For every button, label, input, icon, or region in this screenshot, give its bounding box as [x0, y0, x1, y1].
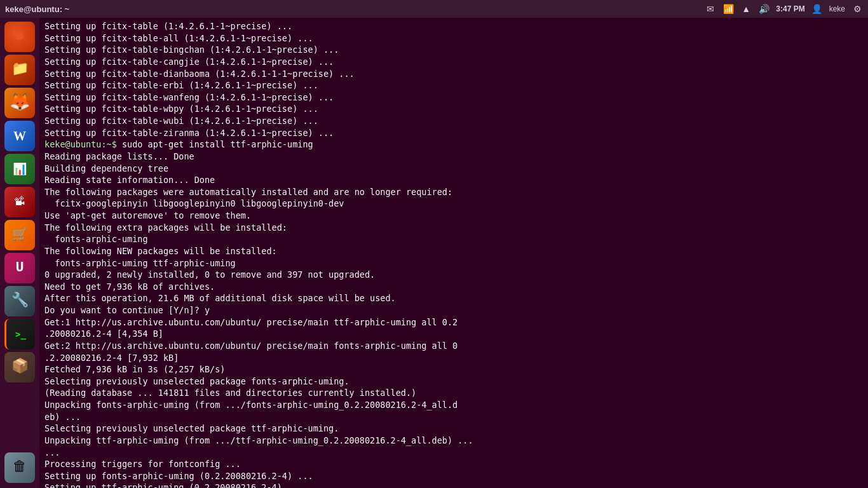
terminal-content[interactable]: Setting up fcitx-table (1:4.2.6.1-1~prec…: [39, 18, 868, 488]
clock[interactable]: 3:47 PM: [776, 4, 804, 13]
terminal-line: .20080216.2-4 [4,354 B]: [44, 328, 863, 340]
terminal-line: Building dependency tree: [44, 163, 863, 175]
terminal-line: fonts-arphic-uming ttf-arphic-uming: [44, 257, 863, 269]
ubuntuone-icon: U: [15, 261, 24, 275]
writer-icon: W: [13, 130, 26, 142]
calc-icon: 📊: [13, 163, 27, 175]
terminal-line: Processing triggers for fontconfig ...: [44, 458, 863, 470]
terminal-line: Reading state information... Done: [44, 174, 863, 186]
terminal-line: .2.20080216.2-4 [7,932 kB]: [44, 352, 863, 364]
terminal-line: fonts-arphic-uming: [44, 233, 863, 245]
terminal-line: Setting up fcitx-table-bingchan (1:4.2.6…: [44, 44, 863, 56]
sidebar-app-calc[interactable]: 📊: [4, 154, 35, 184]
username: keke: [829, 4, 845, 13]
terminal-line: ...: [44, 447, 863, 459]
terminal-line: Setting up fcitx-table (1:4.2.6.1-1~prec…: [44, 20, 863, 32]
terminal-line: Do you want to continue [Y/n]? y: [44, 304, 863, 316]
sidebar-app-ubuntu[interactable]: ●: [4, 22, 35, 52]
sidebar-app-settings[interactable]: 🔧: [4, 286, 35, 316]
terminal-line: Get:1 http://us.archive.ubuntu.com/ubunt…: [44, 316, 863, 329]
sidebar: ● 📁 🦊 W 📊 📽 🛒 U 🔧 >_ 📦 🗑: [0, 18, 39, 488]
terminal-line: After this operation, 21.6 MB of additio…: [44, 292, 863, 304]
topbar: keke@ubuntu: ~ ✉ 📶 ▲ 🔊 3:47 PM 👤 keke ⚙: [0, 0, 868, 18]
terminal-line: Setting up fcitx-table-wubi (1:4.2.6.1-1…: [44, 115, 863, 127]
topbar-right: ✉ 📶 ▲ 🔊 3:47 PM 👤 keke ⚙: [705, 4, 863, 13]
firefox-icon: 🦊: [10, 95, 30, 111]
terminal-line: Setting up fcitx-table-all (1:4.2.6.1-1~…: [44, 32, 863, 44]
terminal-line: Selecting previously unselected package …: [44, 376, 863, 388]
sidebar-app-firefox[interactable]: 🦊: [4, 88, 35, 118]
terminal-line: Setting up fcitx-table-wbpy (1:4.2.6.1-1…: [44, 103, 863, 115]
terminal-line: Setting up fcitx-table-ziranma (1:4.2.6.…: [44, 127, 863, 139]
terminal-line: fcitx-googlepinyin libgooglepinyin0 libg…: [44, 198, 863, 210]
archive-icon: 📦: [11, 360, 29, 374]
terminal-line: Setting up fonts-arphic-uming (0.2.20080…: [44, 470, 863, 482]
terminal-line: Setting up fcitx-table-erbi (1:4.2.6.1-1…: [44, 79, 863, 92]
sidebar-app-writer[interactable]: W: [4, 121, 35, 151]
volume-icon[interactable]: 🔊: [758, 4, 770, 13]
ubuntu-icon: ●: [15, 28, 25, 46]
sidebar-app-files[interactable]: 📁: [4, 55, 35, 85]
terminal-line: The following extra packages will be ins…: [44, 222, 863, 234]
power-icon[interactable]: ⚙: [851, 4, 863, 13]
terminal-line: Setting up fcitx-table-wanfeng (1:4.2.6.…: [44, 92, 863, 104]
terminal-line: Need to get 7,936 kB of archives.: [44, 281, 863, 293]
files-icon: 📁: [11, 63, 29, 77]
terminal-line: Unpacking ttf-arphic-uming (from .../ttf…: [44, 435, 863, 447]
terminal-line: The following packages were automaticall…: [44, 186, 863, 198]
sidebar-app-software[interactable]: 🛒: [4, 220, 35, 250]
sidebar-app-trash[interactable]: 🗑: [4, 452, 35, 483]
sidebar-app-terminal[interactable]: >_: [4, 319, 35, 349]
settings-icon: 🔧: [11, 294, 29, 308]
terminal-line: Reading package lists... Done: [44, 151, 863, 163]
terminal-line: Get:2 http://us.archive.ubuntu.com/ubunt…: [44, 340, 863, 352]
trash-icon: 🗑: [13, 461, 27, 475]
terminal-window: Setting up fcitx-table (1:4.2.6.1-1~prec…: [39, 18, 868, 488]
terminal-line: Fetched 7,936 kB in 3s (2,257 kB/s): [44, 363, 863, 376]
terminal-line: Setting up ttf-arphic-uming (0.2.2008021…: [44, 482, 863, 488]
terminal-line: eb) ...: [44, 411, 863, 423]
network-icon[interactable]: 📶: [722, 4, 734, 13]
impress-icon: 📽: [14, 196, 25, 208]
terminal-line: Use 'apt-get autoremove' to remove them.: [44, 210, 863, 222]
terminal-icon: >_: [15, 330, 26, 339]
terminal-prompt: keke@ubuntu:~$ sudo apt-get install ttf-…: [44, 139, 863, 151]
sidebar-app-archive[interactable]: 📦: [4, 352, 35, 383]
user-icon[interactable]: 👤: [811, 4, 823, 13]
email-icon[interactable]: ✉: [705, 4, 716, 13]
terminal-line: Selecting previously unselected package …: [44, 423, 863, 435]
terminal-line: Setting up fcitx-table-cangjie (1:4.2.6.…: [44, 56, 863, 68]
sidebar-app-impress[interactable]: 📽: [4, 187, 35, 217]
sidebar-app-ubuntu-one[interactable]: U: [4, 253, 35, 283]
terminal-line: 0 upgraded, 2 newly installed, 0 to remo…: [44, 269, 863, 281]
wifi-icon[interactable]: ▲: [740, 4, 752, 13]
terminal-line: Unpacking fonts-arphic-uming (from .../f…: [44, 399, 863, 411]
terminal-line: (Reading database ... 141811 files and d…: [44, 387, 863, 399]
topbar-title: keke@ubuntu: ~: [5, 4, 69, 14]
terminal-line: The following NEW packages will be insta…: [44, 245, 863, 257]
software-icon: 🛒: [12, 229, 28, 241]
terminal-line: Setting up fcitx-table-dianbaoma (1:4.2.…: [44, 68, 863, 80]
